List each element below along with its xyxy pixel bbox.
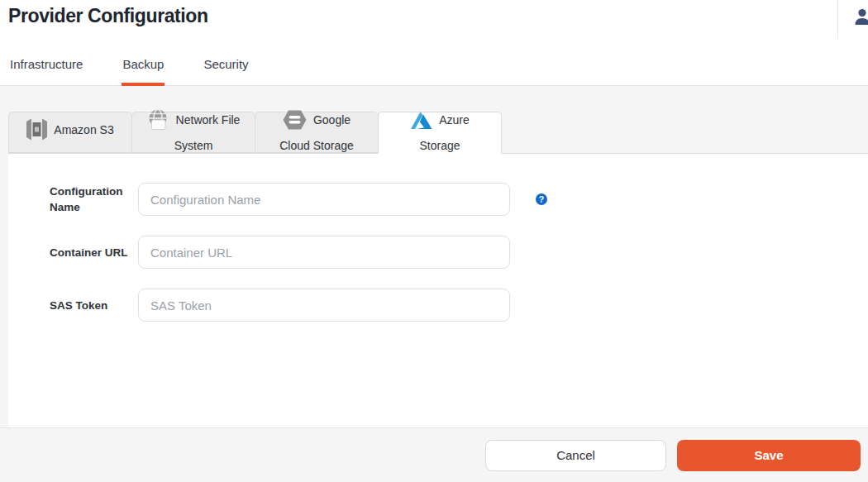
provider-tab-azure-storage[interactable]: Azure Storage xyxy=(378,112,502,154)
save-button[interactable]: Save xyxy=(677,440,861,471)
provider-tab-network-file-system[interactable]: Network File System xyxy=(131,112,255,153)
gcs-hexagon-icon xyxy=(283,109,307,136)
form-row-container-url: Container URL xyxy=(50,236,868,269)
page-title: Provider Configuration xyxy=(8,5,208,27)
provider-panel: Configuration Name ? Container URL SAS T… xyxy=(8,154,868,428)
sas-token-label: SAS Token xyxy=(50,298,132,313)
provider-tab-amazon-s3[interactable]: Amazon S3 xyxy=(8,112,132,153)
container-url-input[interactable] xyxy=(138,236,510,269)
provider-tab-google-cloud-storage[interactable]: Google Cloud Storage xyxy=(255,112,379,153)
container-url-label: Container URL xyxy=(50,245,132,260)
tab-infrastructure[interactable]: Infrastructure xyxy=(9,57,83,85)
provider-tab-label: Network File System xyxy=(174,113,241,152)
provider-tab-label: Amazon S3 xyxy=(54,123,113,136)
azure-logo-icon xyxy=(410,111,432,136)
tab-security[interactable]: Security xyxy=(203,57,249,85)
s3-bucket-icon xyxy=(26,118,47,146)
globe-folder-icon xyxy=(147,109,169,136)
tab-backup[interactable]: Backup xyxy=(122,57,165,86)
action-footer: Cancel Save xyxy=(0,427,868,482)
help-icon[interactable]: ? xyxy=(536,193,547,205)
cancel-button[interactable]: Cancel xyxy=(485,440,666,471)
user-icon[interactable] xyxy=(852,7,868,27)
provider-tabstrip: Amazon S3 Network File System xyxy=(8,86,868,154)
azure-storage-form: Configuration Name ? Container URL SAS T… xyxy=(8,154,868,322)
header-divider xyxy=(837,0,838,39)
configuration-name-input[interactable] xyxy=(138,183,510,216)
form-row-sas-token: SAS Token xyxy=(50,289,868,322)
page-header: Provider Configuration Infrastructure Ba… xyxy=(0,0,868,86)
page-body: Amazon S3 Network File System xyxy=(0,86,868,482)
form-row-configuration-name: Configuration Name ? xyxy=(50,183,868,216)
main-nav: Infrastructure Backup Security xyxy=(0,57,250,85)
configuration-name-label: Configuration Name xyxy=(50,184,132,215)
sas-token-input[interactable] xyxy=(138,289,510,322)
